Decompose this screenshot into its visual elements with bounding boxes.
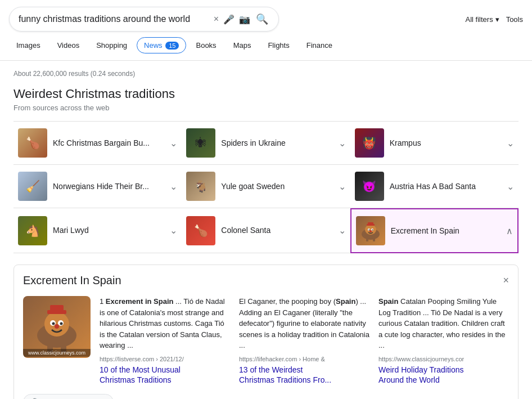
tradition-spiders[interactable]: 🕷 Spiders in Ukraine ⌄ — [182, 122, 350, 165]
chevron-down-icon: ⌄ — [170, 181, 177, 192]
tab-shopping[interactable]: Shopping — [89, 37, 134, 53]
result-snippet-3: Spain Catalan Pooping Smiling Yule Log T… — [378, 296, 509, 351]
tradition-austria-image: 😈 — [355, 172, 384, 201]
tradition-excrement[interactable]: Excrement In Spain ∧ — [350, 208, 519, 253]
tools-button[interactable]: Tools — [506, 15, 523, 24]
svg-point-17 — [52, 322, 55, 325]
lens-icon[interactable]: 📷 — [239, 14, 250, 25]
chevron-up-icon: ∧ — [506, 226, 513, 236]
svg-rect-10 — [373, 238, 375, 241]
search-bar-row: × 🎤 📷 🔍 All filters ▾ Tools — [9, 7, 523, 32]
tradition-colonel[interactable]: 🍗 Colonel Santa ⌄ — [182, 208, 350, 253]
related-search-chip[interactable]: 🔍 excrement in spain — [23, 394, 114, 399]
tradition-yule-image: 🐐 — [186, 172, 215, 201]
expanded-panel-content: www.classicjourneys.com 1 Excrement in S… — [23, 296, 509, 385]
expanded-panel: Excrement In Spain × — [13, 264, 519, 399]
tradition-excrement-label: Excrement In Spain — [391, 226, 501, 236]
tradition-colonel-image: 🍗 — [186, 216, 215, 245]
tradition-kfc-image: 🍗 — [18, 128, 47, 158]
traditions-grid: 🍗 Kfc Christmas Bargain Bu... ⌄ 🕷 Spider… — [13, 121, 519, 253]
result-url-3: https://www.classicjourneys.cor — [378, 356, 509, 362]
svg-rect-14 — [50, 305, 64, 312]
tab-books[interactable]: Books — [188, 37, 223, 53]
tradition-krampus-label: Krampus — [390, 138, 501, 148]
header-right: All filters ▾ Tools — [466, 15, 523, 24]
result-link-1[interactable]: 10 of the Most UnusualChristmas Traditio… — [100, 365, 230, 385]
svg-point-7 — [372, 230, 373, 231]
tab-flights[interactable]: Flights — [260, 37, 296, 53]
result-url-2: https://lifehacker.com › Home & — [239, 356, 369, 362]
main-content: About 22,600,000 results (0.24 seconds) … — [0, 61, 532, 399]
result-link-3[interactable]: Weird Holiday TraditionsAround the World — [378, 365, 509, 385]
tradition-spiders-image: 🕷 — [186, 128, 215, 158]
chevron-down-icon: ⌄ — [507, 181, 514, 192]
tradition-kfc[interactable]: 🍗 Kfc Christmas Bargain Bu... ⌄ — [13, 122, 182, 165]
featured-section: Weirdest Christmas traditions From sourc… — [13, 87, 519, 253]
result-link-2[interactable]: 13 of the WeirdestChristmas Traditions F… — [239, 365, 369, 385]
expanded-panel-title: Excrement In Spain — [23, 274, 121, 287]
result-item-2: El Caganer, the pooping boy (Spain) ... … — [239, 296, 369, 385]
svg-rect-3 — [368, 222, 373, 225]
tradition-krampus[interactable]: 👹 Krampus ⌄ — [350, 122, 519, 165]
result-snippet-2: El Caganer, the pooping boy (Spain) ... … — [239, 296, 369, 351]
tradition-norwegians-image: 🧹 — [18, 172, 47, 201]
tradition-marilwyd-label: Mari Lwyd — [53, 225, 164, 235]
svg-rect-9 — [366, 238, 368, 241]
expanded-image: www.classicjourneys.com — [23, 296, 91, 358]
tradition-excrement-image — [356, 216, 385, 245]
results-info: About 22,600,000 results (0.24 seconds) — [13, 70, 519, 78]
tradition-spiders-label: Spiders in Ukraine — [221, 138, 332, 148]
news-badge: 15 — [165, 42, 179, 50]
tradition-yule[interactable]: 🐐 Yule goat Sweden ⌄ — [182, 165, 350, 208]
tradition-marilwyd[interactable]: 🐴 Mari Lwyd ⌄ — [13, 208, 182, 253]
tab-images[interactable]: Images — [9, 37, 48, 53]
related-search-row: 🔍 excrement in spain — [23, 394, 509, 399]
tab-videos[interactable]: Videos — [50, 37, 87, 53]
result-snippet-1: 1 Excrement in Spain ... Tió de Nadal is… — [100, 296, 230, 351]
tradition-colonel-label: Colonel Santa — [221, 225, 332, 235]
featured-subtitle: From sources across the web — [13, 104, 519, 112]
clear-icon[interactable]: × — [214, 14, 219, 24]
tradition-norwegians[interactable]: 🧹 Norwegians Hide Their Br... ⌄ — [13, 165, 182, 208]
chevron-down-icon: ⌄ — [170, 225, 177, 236]
svg-point-19 — [55, 324, 59, 329]
search-header: × 🎤 📷 🔍 All filters ▾ Tools Images Video… — [0, 0, 532, 61]
svg-point-8 — [369, 230, 372, 232]
featured-title: Weirdest Christmas traditions — [13, 87, 519, 101]
image-caption: www.classicjourneys.com — [23, 349, 91, 357]
chevron-down-icon: ⌄ — [339, 138, 346, 149]
nav-tabs: Images Videos Shopping News 15 Books Map… — [9, 37, 523, 53]
tab-news[interactable]: News 15 — [137, 37, 186, 53]
chevron-down-icon: ⌄ — [339, 181, 346, 192]
tradition-austria[interactable]: 😈 Austria Has A Bad Santa ⌄ — [350, 165, 519, 208]
tradition-norwegians-label: Norwegians Hide Their Br... — [53, 181, 164, 191]
all-filters-button[interactable]: All filters ▾ — [466, 15, 499, 24]
search-button[interactable]: 🔍 — [255, 12, 269, 26]
search-input[interactable] — [19, 14, 209, 24]
result-item-3: Spain Catalan Pooping Smiling Yule Log T… — [378, 296, 509, 385]
expanded-panel-header: Excrement In Spain × — [23, 274, 509, 287]
svg-point-18 — [60, 322, 63, 325]
chevron-down-icon: ▾ — [495, 15, 499, 24]
chevron-down-icon: ⌄ — [170, 138, 177, 149]
result-item-1: 1 Excrement in Spain ... Tió de Nadal is… — [100, 296, 230, 385]
tab-finance[interactable]: Finance — [299, 37, 340, 53]
chevron-down-icon: ⌄ — [339, 225, 346, 236]
expanded-results: 1 Excrement in Spain ... Tió de Nadal is… — [100, 296, 509, 385]
tradition-yule-label: Yule goat Sweden — [221, 181, 332, 191]
chevron-down-icon: ⌄ — [507, 138, 514, 149]
svg-point-6 — [368, 230, 369, 231]
search-box: × 🎤 📷 🔍 — [9, 7, 279, 32]
tradition-kfc-label: Kfc Christmas Bargain Bu... — [53, 138, 164, 148]
tradition-krampus-image: 👹 — [355, 128, 384, 158]
close-button[interactable]: × — [503, 275, 509, 286]
tab-maps[interactable]: Maps — [226, 37, 259, 53]
result-url-1: https://listverse.com › 2021/12/ — [100, 356, 230, 362]
tradition-austria-label: Austria Has A Bad Santa — [390, 181, 501, 191]
mic-icon[interactable]: 🎤 — [223, 14, 235, 25]
tradition-marilwyd-image: 🐴 — [18, 216, 47, 245]
